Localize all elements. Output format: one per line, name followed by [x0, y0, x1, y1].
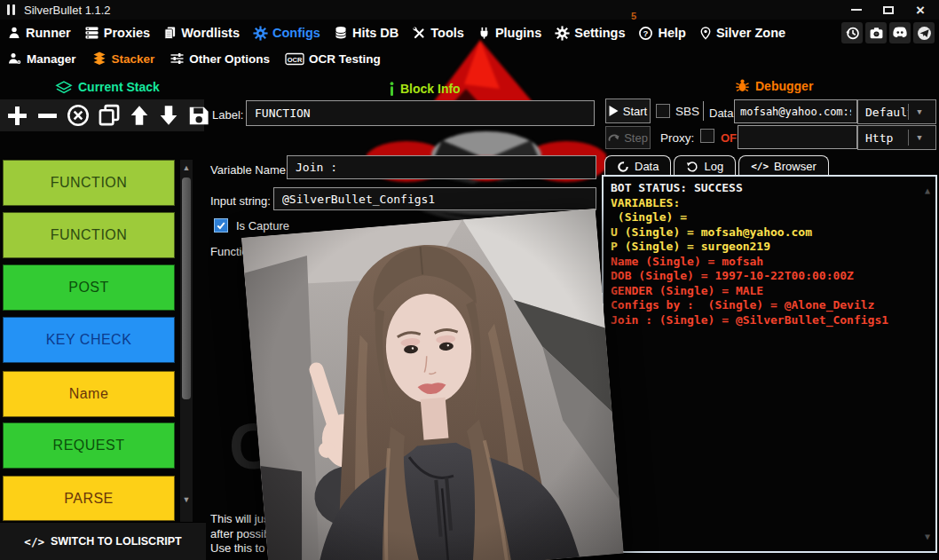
scrollbar-thumb[interactable]: [182, 177, 191, 399]
menu-settings[interactable]: Settings: [555, 26, 625, 41]
database-icon: [334, 26, 348, 40]
console-line: P (Single) = surgeon219: [611, 240, 928, 255]
label-input[interactable]: [246, 100, 595, 126]
variable-name-caption: Variable Name:: [210, 163, 289, 177]
move-up-button[interactable]: [129, 105, 150, 126]
proxy-caption: Proxy:: [660, 131, 694, 145]
stack-block-request[interactable]: REQUEST: [3, 422, 175, 469]
history-button[interactable]: [841, 22, 863, 43]
console-line: BOT STATUS: SUCCESS: [611, 181, 928, 196]
menu-configs[interactable]: Configs: [253, 26, 320, 41]
remove-block-button[interactable]: [36, 105, 59, 127]
submenu-other-options[interactable]: Other Options: [170, 51, 270, 66]
sbs-checkbox[interactable]: [656, 104, 670, 118]
menu-plugins[interactable]: Plugins: [477, 26, 541, 40]
delete-block-button[interactable]: [67, 104, 90, 127]
history-arrow-icon: [686, 161, 698, 173]
selfie-photo: [241, 209, 624, 560]
minimize-button[interactable]: [847, 1, 866, 19]
menu-hits-db[interactable]: Hits DB: [334, 26, 398, 40]
wordlist-type-dropdown[interactable]: Default ▼: [857, 99, 936, 124]
tab-browser[interactable]: </> Browser: [738, 155, 829, 177]
history-icon: [845, 26, 860, 41]
minimize-icon: [851, 9, 862, 11]
block-label: FUNCTION: [51, 175, 128, 191]
telegram-button[interactable]: [913, 22, 935, 43]
submenu-stacker[interactable]: Stacker: [91, 51, 155, 66]
proxy-input[interactable]: [738, 125, 857, 149]
console-scroll-down-icon[interactable]: ▼: [925, 530, 930, 545]
menu-help[interactable]: ? Help: [638, 26, 685, 41]
bug-icon: [735, 78, 750, 93]
location-pin-icon: [699, 26, 712, 41]
tab-data[interactable]: Data: [604, 155, 671, 177]
stack-block-key-check[interactable]: KEY CHECK: [3, 317, 175, 363]
block-label: REQUEST: [53, 438, 125, 454]
submenu-label: Manager: [27, 52, 76, 66]
refresh-circle-icon: [617, 161, 629, 173]
save-stack-button[interactable]: [187, 105, 209, 127]
submenu-manager[interactable]: Manager: [7, 51, 76, 66]
variable-name-input[interactable]: [287, 155, 596, 179]
submenu-label: OCR Testing: [309, 52, 381, 66]
title-bar: SilverBullet 1.1.2 ×: [0, 0, 939, 20]
maximize-button[interactable]: [879, 1, 898, 19]
runner-icon: [7, 26, 21, 40]
input-string-input[interactable]: [273, 187, 596, 210]
silverbullet-window: C SilverBullet 1.1.2 × Runner Proxies Wo…: [0, 0, 939, 560]
block-label: Name: [69, 386, 109, 402]
block-info-title: Block Info: [400, 82, 461, 96]
debugger-console[interactable]: BOT STATUS: SUCCESS VARIABLES: (Single) …: [602, 175, 937, 553]
proxy-type-dropdown[interactable]: Http ▼: [857, 125, 936, 150]
debugger-tabs: Data Log </> Browser: [604, 155, 829, 177]
current-stack-title: Current Stack: [78, 80, 160, 94]
step-button[interactable]: Step: [605, 126, 651, 149]
menu-proxies[interactable]: Proxies: [84, 26, 150, 40]
menu-wordlists[interactable]: Wordlists: [163, 26, 240, 40]
tab-label: Data: [635, 160, 659, 173]
menu-label: Configs: [272, 26, 320, 40]
window-title: SilverBullet 1.1.2: [24, 4, 111, 17]
menu-runner[interactable]: Runner: [7, 26, 71, 40]
start-button[interactable]: Start: [605, 99, 651, 123]
stack-block-parse[interactable]: PARSE: [3, 476, 175, 521]
proxy-checkbox[interactable]: [700, 129, 714, 143]
stack-block-function[interactable]: FUNCTION: [3, 212, 175, 258]
add-block-button[interactable]: [6, 105, 28, 127]
is-capture-label: Is Capture: [236, 219, 289, 233]
stack-block-function[interactable]: FUNCTION: [3, 160, 175, 206]
stack-block-name[interactable]: Name: [3, 371, 175, 417]
stack-toolbar: [0, 99, 204, 131]
submenu-ocr-testing[interactable]: OCR OCR Testing: [285, 52, 381, 66]
menu-label: Silver Zone: [716, 26, 785, 40]
move-down-button[interactable]: [158, 105, 179, 126]
divider: [703, 101, 704, 121]
is-capture-checkbox[interactable]: [214, 218, 228, 233]
config-submenu: Manager Stacker Other Options OCR OCR Te…: [0, 46, 657, 71]
debug-data-input[interactable]: [734, 99, 857, 123]
console-scroll-up-icon[interactable]: ▲: [925, 184, 930, 199]
screenshot-button[interactable]: [865, 22, 887, 43]
switch-to-loliscript-button[interactable]: </> SWITCH TO LOLISCRIPT: [0, 522, 206, 560]
duplicate-block-button[interactable]: [98, 104, 121, 127]
menu-label: Tools: [430, 26, 464, 40]
menu-tools[interactable]: Tools: [412, 26, 464, 40]
wordlists-icon: [163, 26, 177, 40]
label-caption: Label:: [212, 108, 243, 122]
menu-label: Runner: [26, 26, 71, 40]
discord-button[interactable]: [889, 22, 911, 43]
silver-zone-badge: 5: [631, 11, 636, 21]
scroll-up-icon[interactable]: ▲: [180, 162, 193, 174]
close-button[interactable]: ×: [911, 1, 930, 19]
tab-log[interactable]: Log: [674, 155, 736, 177]
menu-silver-zone[interactable]: Silver Zone: [699, 26, 785, 41]
info-icon: [389, 82, 395, 96]
plug-icon: [477, 26, 491, 40]
menu-label: Wordlists: [181, 26, 240, 40]
code-icon: </>: [751, 161, 769, 172]
add-icon: [6, 105, 28, 127]
stack-block-post[interactable]: POST: [3, 264, 175, 311]
stack-scrollbar[interactable]: ▲ ▼: [180, 160, 193, 522]
block-label: FUNCTION: [51, 227, 128, 243]
scroll-down-icon[interactable]: ▼: [180, 493, 193, 506]
